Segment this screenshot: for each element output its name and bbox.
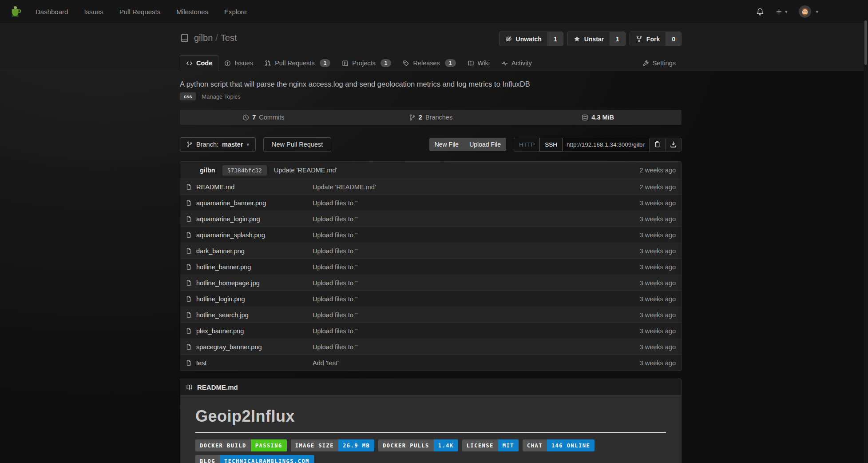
fork-button-group: Fork0: [630, 32, 682, 46]
download-button[interactable]: [666, 138, 682, 152]
file-link[interactable]: hotline_login.png: [196, 295, 245, 303]
user-avatar: [799, 5, 811, 18]
badge-blog[interactable]: BLOGTECHNICALRAMBLINGS.COM: [195, 455, 314, 463]
file-link[interactable]: plex_banner.png: [196, 327, 244, 335]
badge-docker-pulls[interactable]: DOCKER PULLS1.4K: [378, 439, 458, 451]
file-commit-message[interactable]: Upload files to '': [313, 279, 640, 287]
tab-code[interactable]: Code: [180, 55, 218, 71]
new-file-button[interactable]: New File: [429, 138, 464, 151]
unwatch-button[interactable]: Unwatch: [499, 32, 547, 46]
scrollbar-thumb[interactable]: [864, 20, 867, 65]
tab-settings[interactable]: Settings: [637, 55, 682, 71]
nav-item-issues[interactable]: Issues: [84, 8, 103, 16]
pull-request-icon: [265, 60, 271, 67]
file-commit-message[interactable]: Add 'test': [313, 359, 640, 367]
badge-license[interactable]: LICENSEMIT: [462, 439, 519, 451]
topic-tag-css[interactable]: css: [180, 92, 196, 100]
file-commit-message[interactable]: Upload files to '': [313, 200, 640, 207]
file-commit-message[interactable]: Upload files to '': [313, 295, 640, 303]
tab-pull-requests[interactable]: Pull Requests1: [259, 55, 336, 71]
user-menu-button[interactable]: [799, 5, 818, 18]
badge-label: LICENSE: [462, 439, 498, 451]
file-icon: [186, 200, 192, 206]
tab-wiki[interactable]: Wiki: [462, 55, 495, 71]
file-commit-message[interactable]: Upload files to '': [313, 263, 640, 271]
stat-label: Branches: [425, 114, 452, 121]
file-link[interactable]: README.md: [196, 184, 234, 191]
file-link[interactable]: hotline_banner.png: [196, 263, 251, 271]
copy-url-button[interactable]: [650, 138, 666, 152]
star-icon: [574, 36, 580, 42]
file-icon: [186, 311, 192, 318]
stat-size[interactable]: 4.3 MiB: [514, 110, 682, 125]
stat-commits[interactable]: 7Commits: [180, 110, 347, 125]
commit-author-link[interactable]: gilbn: [200, 167, 215, 174]
file-commit-message[interactable]: Upload files to '': [313, 311, 640, 319]
new-pull-request-button[interactable]: New Pull Request: [263, 137, 331, 152]
commit-hash-link[interactable]: 57384bfc32: [222, 165, 267, 176]
fork-count[interactable]: 0: [666, 32, 681, 46]
file-link[interactable]: dark_banner.png: [196, 247, 245, 255]
file-commit-time: 3 weeks ago: [640, 263, 676, 271]
file-commit-time: 3 weeks ago: [640, 359, 676, 367]
stat-value: 4.3 MiB: [591, 114, 614, 121]
file-link[interactable]: aquamarine_login.png: [196, 216, 260, 223]
file-link[interactable]: aquamarine_splash.png: [196, 232, 265, 239]
file-commit-message[interactable]: Upload files to '': [313, 232, 640, 239]
clone-url-group: HTTP SSH: [514, 138, 682, 152]
topics-row: css Manage Topics: [180, 92, 682, 100]
badge-value: PASSING: [251, 439, 287, 451]
file-row: aquamarine_login.pngUpload files to ''3 …: [180, 211, 681, 227]
badge-value: 26.9 MB: [338, 439, 374, 451]
commit-author-avatar[interactable]: [186, 165, 195, 175]
file-commit-message[interactable]: Update 'README.md': [313, 184, 640, 191]
tab-issues[interactable]: Issues: [218, 55, 259, 71]
file-link[interactable]: spacegray_banner.png: [196, 343, 262, 351]
unstar-count[interactable]: 1: [610, 32, 625, 46]
badge-label: BLOG: [195, 455, 220, 463]
badge-value: TECHNICALRAMBLINGS.COM: [220, 455, 314, 463]
file-commit-message[interactable]: Upload files to '': [313, 327, 640, 335]
bell-icon[interactable]: [756, 8, 764, 16]
badge-docker-build[interactable]: DOCKER BUILDPASSING: [195, 439, 287, 451]
file-commit-time: 3 weeks ago: [640, 232, 676, 239]
ssh-toggle-button[interactable]: SSH: [539, 138, 563, 152]
badge-image-size[interactable]: IMAGE SIZE26.9 MB: [291, 439, 374, 451]
upload-file-button[interactable]: Upload File: [464, 138, 506, 151]
unstar-button[interactable]: Unstar: [568, 32, 610, 46]
file-link[interactable]: test: [196, 359, 206, 367]
nav-item-milestones[interactable]: Milestones: [176, 8, 208, 16]
file-name-cell: plex_banner.png: [186, 327, 313, 335]
file-commit-message[interactable]: Upload files to '': [313, 247, 640, 255]
unwatch-count[interactable]: 1: [547, 32, 563, 46]
fork-button[interactable]: Fork: [630, 32, 666, 46]
file-link[interactable]: aquamarine_banner.png: [196, 200, 266, 207]
http-toggle-button[interactable]: HTTP: [514, 138, 539, 152]
tab-code-label: Code: [196, 60, 212, 67]
nav-item-dashboard[interactable]: Dashboard: [36, 8, 68, 16]
file-commit-message[interactable]: Upload files to '': [313, 343, 640, 351]
new-dropdown-button[interactable]: [776, 8, 788, 15]
tab-activity-label: Activity: [511, 60, 532, 67]
branch-selector[interactable]: Branch: master: [180, 137, 256, 152]
stat-branches[interactable]: 2Branches: [347, 110, 515, 125]
tab-projects[interactable]: Projects1: [336, 55, 397, 71]
readme-section: README.md Geoip2Influx DOCKER BUILDPASSI…: [180, 379, 682, 463]
commit-message-link[interactable]: Update 'README.md': [274, 167, 337, 174]
tab-activity[interactable]: Activity: [495, 55, 538, 71]
file-icon: [186, 263, 192, 270]
file-link[interactable]: hotline_search.jpg: [196, 311, 249, 319]
nav-item-pull-requests[interactable]: Pull Requests: [119, 8, 161, 16]
tag-icon: [403, 60, 409, 67]
nav-item-explore[interactable]: Explore: [224, 8, 247, 16]
file-link[interactable]: hotline_homepage.jpg: [196, 279, 260, 287]
manage-topics-link[interactable]: Manage Topics: [202, 93, 240, 100]
gitea-logo[interactable]: [10, 5, 23, 18]
clone-url-input[interactable]: [563, 138, 650, 152]
badge-chat[interactable]: CHAT146 ONLINE: [523, 439, 595, 451]
readme-header: README.md: [180, 379, 681, 395]
file-name-cell: spacegray_banner.png: [186, 343, 313, 351]
file-commit-message[interactable]: Upload files to '': [313, 216, 640, 223]
tab-releases[interactable]: Releases1: [397, 55, 461, 71]
tab-releases-label: Releases: [413, 60, 440, 67]
